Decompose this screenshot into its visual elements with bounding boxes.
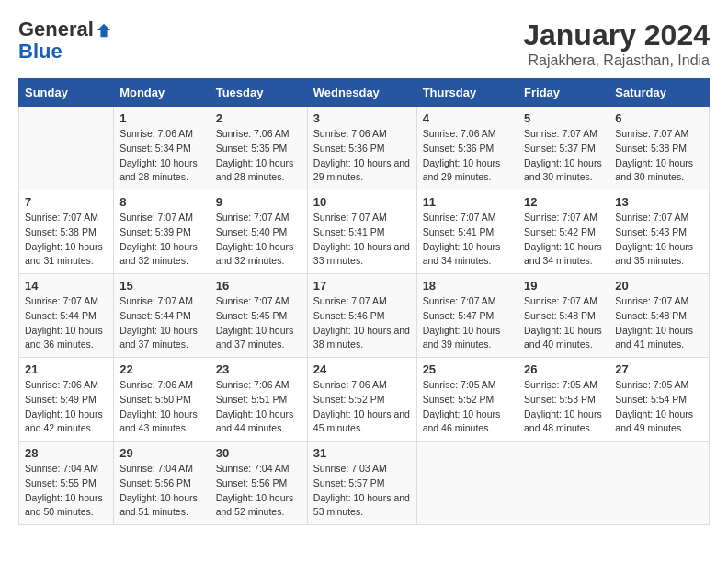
header-wednesday: Wednesday xyxy=(307,79,416,107)
cell-info: Sunrise: 7:05 AMSunset: 5:52 PMDaylight:… xyxy=(423,378,512,436)
cell-info: Sunrise: 7:06 AMSunset: 5:34 PMDaylight:… xyxy=(119,127,204,185)
cell-info: Sunrise: 7:07 AMSunset: 5:44 PMDaylight:… xyxy=(119,294,204,352)
calendar-cell: 31Sunrise: 7:03 AMSunset: 5:57 PMDayligh… xyxy=(307,442,416,525)
day-number: 1 xyxy=(119,111,204,125)
day-number: 22 xyxy=(119,362,204,376)
calendar-cell xyxy=(19,107,114,190)
week-row-1: 1Sunrise: 7:06 AMSunset: 5:34 PMDaylight… xyxy=(19,107,710,190)
week-row-4: 21Sunrise: 7:06 AMSunset: 5:49 PMDayligh… xyxy=(19,358,710,442)
calendar-cell: 29Sunrise: 7:04 AMSunset: 5:56 PMDayligh… xyxy=(114,442,210,525)
day-number: 23 xyxy=(216,362,301,376)
calendar-cell: 16Sunrise: 7:07 AMSunset: 5:45 PMDayligh… xyxy=(210,274,307,358)
day-number: 4 xyxy=(423,111,512,125)
day-number: 11 xyxy=(423,195,512,209)
title-block: January 2024 Rajakhera, Rajasthan, India xyxy=(523,18,710,69)
calendar-cell: 20Sunrise: 7:07 AMSunset: 5:48 PMDayligh… xyxy=(609,274,710,358)
logo-text: General Blue xyxy=(18,18,112,63)
day-number: 21 xyxy=(25,362,108,376)
day-number: 2 xyxy=(216,111,301,125)
cell-info: Sunrise: 7:07 AMSunset: 5:47 PMDaylight:… xyxy=(423,294,512,352)
cell-info: Sunrise: 7:07 AMSunset: 5:44 PMDaylight:… xyxy=(25,294,108,352)
day-number: 10 xyxy=(313,195,411,209)
week-row-5: 28Sunrise: 7:04 AMSunset: 5:55 PMDayligh… xyxy=(19,442,710,525)
calendar-cell: 23Sunrise: 7:06 AMSunset: 5:51 PMDayligh… xyxy=(210,358,307,442)
cell-info: Sunrise: 7:07 AMSunset: 5:42 PMDaylight:… xyxy=(524,211,603,269)
day-number: 9 xyxy=(216,195,301,209)
day-number: 7 xyxy=(25,195,108,209)
calendar-cell: 19Sunrise: 7:07 AMSunset: 5:48 PMDayligh… xyxy=(518,274,609,358)
day-number: 24 xyxy=(313,362,411,376)
cell-info: Sunrise: 7:04 AMSunset: 5:56 PMDaylight:… xyxy=(119,462,204,520)
day-number: 29 xyxy=(119,446,204,460)
cell-info: Sunrise: 7:05 AMSunset: 5:53 PMDaylight:… xyxy=(524,378,603,436)
calendar-cell: 30Sunrise: 7:04 AMSunset: 5:56 PMDayligh… xyxy=(210,442,307,525)
day-number: 17 xyxy=(313,279,411,293)
day-number: 12 xyxy=(524,195,603,209)
cell-info: Sunrise: 7:06 AMSunset: 5:36 PMDaylight:… xyxy=(423,127,512,185)
calendar-cell xyxy=(518,442,609,525)
cell-info: Sunrise: 7:07 AMSunset: 5:37 PMDaylight:… xyxy=(524,127,603,185)
calendar-cell xyxy=(609,442,710,525)
cell-info: Sunrise: 7:05 AMSunset: 5:54 PMDaylight:… xyxy=(615,378,703,436)
day-number: 30 xyxy=(216,446,301,460)
header-thursday: Thursday xyxy=(416,79,518,107)
day-number: 18 xyxy=(423,279,512,293)
logo-general: General xyxy=(18,18,94,40)
calendar-title: January 2024 xyxy=(523,18,710,52)
day-number: 20 xyxy=(615,279,703,293)
cell-info: Sunrise: 7:04 AMSunset: 5:55 PMDaylight:… xyxy=(25,462,108,520)
cell-info: Sunrise: 7:07 AMSunset: 5:40 PMDaylight:… xyxy=(216,211,301,269)
cell-info: Sunrise: 7:07 AMSunset: 5:46 PMDaylight:… xyxy=(313,294,411,352)
calendar-cell: 27Sunrise: 7:05 AMSunset: 5:54 PMDayligh… xyxy=(609,358,710,442)
cell-info: Sunrise: 7:03 AMSunset: 5:57 PMDaylight:… xyxy=(313,462,411,520)
calendar-cell: 25Sunrise: 7:05 AMSunset: 5:52 PMDayligh… xyxy=(416,358,518,442)
day-number: 3 xyxy=(313,111,411,125)
cell-info: Sunrise: 7:07 AMSunset: 5:41 PMDaylight:… xyxy=(423,211,512,269)
cell-info: Sunrise: 7:07 AMSunset: 5:38 PMDaylight:… xyxy=(25,211,108,269)
page-header: General Blue January 2024 Rajakhera, Raj… xyxy=(18,18,710,69)
calendar-cell: 6Sunrise: 7:07 AMSunset: 5:38 PMDaylight… xyxy=(609,107,710,190)
calendar-cell: 17Sunrise: 7:07 AMSunset: 5:46 PMDayligh… xyxy=(307,274,416,358)
calendar-table: SundayMondayTuesdayWednesdayThursdayFrid… xyxy=(18,78,710,525)
day-number: 15 xyxy=(119,279,204,293)
cell-info: Sunrise: 7:07 AMSunset: 5:45 PMDaylight:… xyxy=(216,294,301,352)
header-sunday: Sunday xyxy=(19,79,114,107)
calendar-cell: 3Sunrise: 7:06 AMSunset: 5:36 PMDaylight… xyxy=(307,107,416,190)
cell-info: Sunrise: 7:06 AMSunset: 5:49 PMDaylight:… xyxy=(25,378,108,436)
cell-info: Sunrise: 7:06 AMSunset: 5:35 PMDaylight:… xyxy=(216,127,301,185)
calendar-cell xyxy=(416,442,518,525)
day-number: 19 xyxy=(524,279,603,293)
svg-marker-0 xyxy=(97,24,110,37)
cell-info: Sunrise: 7:06 AMSunset: 5:51 PMDaylight:… xyxy=(216,378,301,436)
calendar-cell: 21Sunrise: 7:06 AMSunset: 5:49 PMDayligh… xyxy=(19,358,114,442)
calendar-cell: 8Sunrise: 7:07 AMSunset: 5:39 PMDaylight… xyxy=(114,190,210,274)
cell-info: Sunrise: 7:07 AMSunset: 5:48 PMDaylight:… xyxy=(524,294,603,352)
logo-blue: Blue xyxy=(18,40,112,63)
calendar-subtitle: Rajakhera, Rajasthan, India xyxy=(523,52,710,69)
calendar-cell: 11Sunrise: 7:07 AMSunset: 5:41 PMDayligh… xyxy=(416,190,518,274)
cell-info: Sunrise: 7:07 AMSunset: 5:48 PMDaylight:… xyxy=(615,294,703,352)
day-number: 31 xyxy=(313,446,411,460)
header-row: SundayMondayTuesdayWednesdayThursdayFrid… xyxy=(19,79,710,107)
header-tuesday: Tuesday xyxy=(210,79,307,107)
day-number: 6 xyxy=(615,111,703,125)
logo-icon xyxy=(96,22,112,39)
header-saturday: Saturday xyxy=(609,79,710,107)
day-number: 26 xyxy=(524,362,603,376)
day-number: 27 xyxy=(615,362,703,376)
header-friday: Friday xyxy=(518,79,609,107)
day-number: 25 xyxy=(423,362,512,376)
cell-info: Sunrise: 7:07 AMSunset: 5:39 PMDaylight:… xyxy=(119,211,204,269)
calendar-cell: 4Sunrise: 7:06 AMSunset: 5:36 PMDaylight… xyxy=(416,107,518,190)
header-monday: Monday xyxy=(114,79,210,107)
calendar-cell: 24Sunrise: 7:06 AMSunset: 5:52 PMDayligh… xyxy=(307,358,416,442)
calendar-cell: 26Sunrise: 7:05 AMSunset: 5:53 PMDayligh… xyxy=(518,358,609,442)
cell-info: Sunrise: 7:07 AMSunset: 5:38 PMDaylight:… xyxy=(615,127,703,185)
day-number: 14 xyxy=(25,279,108,293)
day-number: 16 xyxy=(216,279,301,293)
calendar-cell: 2Sunrise: 7:06 AMSunset: 5:35 PMDaylight… xyxy=(210,107,307,190)
cell-info: Sunrise: 7:06 AMSunset: 5:50 PMDaylight:… xyxy=(119,378,204,436)
cell-info: Sunrise: 7:06 AMSunset: 5:52 PMDaylight:… xyxy=(313,378,411,436)
logo: General Blue xyxy=(18,18,112,63)
cell-info: Sunrise: 7:07 AMSunset: 5:41 PMDaylight:… xyxy=(313,211,411,269)
